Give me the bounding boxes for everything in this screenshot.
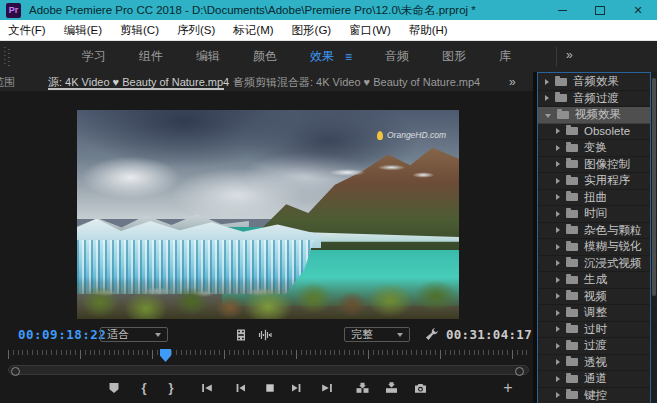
- tab-scopes[interactable]: 范围: [0, 75, 34, 90]
- go-to-in-button[interactable]: [199, 380, 215, 396]
- chevron-right-icon[interactable]: [556, 359, 560, 365]
- workspace-tab-effects[interactable]: 效果: [310, 48, 334, 65]
- effects-folder-row[interactable]: 过时: [538, 322, 650, 339]
- chevron-right-icon[interactable]: [556, 211, 560, 217]
- playback-resolution-dropdown[interactable]: 完整: [344, 327, 410, 342]
- menu-sequence[interactable]: 序列(S): [177, 23, 215, 38]
- close-button[interactable]: ✕: [619, 0, 657, 20]
- effects-folder-row[interactable]: 沉浸式视频: [538, 256, 650, 273]
- chevron-right-icon[interactable]: [556, 392, 560, 398]
- effects-folder-row[interactable]: 变换: [538, 140, 650, 157]
- playhead-timecode[interactable]: 00:09:18:22: [18, 327, 106, 342]
- minimize-icon: [558, 10, 567, 11]
- maximize-button[interactable]: [581, 0, 619, 20]
- chevron-right-icon[interactable]: [556, 244, 560, 250]
- chevron-right-icon[interactable]: [556, 128, 560, 134]
- folder-icon: [566, 342, 578, 350]
- effects-folder-row[interactable]: 时间: [538, 206, 650, 223]
- export-frame-button[interactable]: [412, 380, 428, 396]
- effects-folder-row[interactable]: 模糊与锐化: [538, 239, 650, 256]
- button-editor-button[interactable]: +: [500, 380, 516, 396]
- video-watermark: OrangeHD.com: [377, 130, 446, 140]
- folder-icon: [566, 193, 578, 201]
- zoom-level-dropdown[interactable]: 适合: [100, 327, 168, 342]
- folder-icon: [566, 160, 578, 168]
- workspace-tab-libraries[interactable]: 库: [499, 48, 511, 65]
- watermark-text: OrangeHD.com: [387, 130, 446, 140]
- effects-folder-row[interactable]: 音频效果: [538, 74, 650, 91]
- chevron-right-icon[interactable]: [556, 227, 560, 233]
- effects-folder-row[interactable]: 调整: [538, 305, 650, 322]
- effects-folder-row[interactable]: 键控: [538, 388, 650, 403]
- menu-file[interactable]: 文件(F): [8, 23, 46, 38]
- minimize-button[interactable]: [543, 0, 581, 20]
- folder-icon: [566, 375, 578, 383]
- effects-folder-row[interactable]: 视频: [538, 289, 650, 306]
- mark-in-button[interactable]: {: [136, 380, 152, 396]
- tab-audio-clip-mixer[interactable]: 音频剪辑混合器: 4K Video ♥ Beauty of Nature.mp4: [233, 75, 480, 90]
- chevron-right-icon[interactable]: [556, 326, 560, 332]
- chevron-down-icon: [397, 333, 403, 337]
- monitor-tab-overflow-button[interactable]: »: [509, 75, 516, 89]
- effects-folder-row[interactable]: 视频效果: [538, 107, 650, 124]
- effects-folder-row[interactable]: 过渡: [538, 338, 650, 355]
- folder-label: 视频: [584, 289, 607, 304]
- scroll-handle-right[interactable]: [515, 367, 524, 376]
- folder-icon: [566, 259, 578, 267]
- chevron-right-icon[interactable]: [556, 161, 560, 167]
- drag-audio-only-icon[interactable]: [258, 328, 272, 346]
- insert-button[interactable]: [354, 380, 370, 396]
- effects-folder-row[interactable]: 通道: [538, 371, 650, 388]
- effects-folder-row[interactable]: Obsolete: [538, 124, 650, 141]
- chevron-right-icon[interactable]: [556, 194, 560, 200]
- mark-out-button[interactable]: }: [163, 380, 179, 396]
- menu-graphics[interactable]: 图形(G): [292, 23, 332, 38]
- effects-folder-row[interactable]: 生成: [538, 272, 650, 289]
- chevron-right-icon[interactable]: [545, 79, 549, 85]
- scroll-handle-left[interactable]: [11, 367, 20, 376]
- menu-clip[interactable]: 剪辑(C): [120, 23, 159, 38]
- chevron-down-icon[interactable]: [545, 114, 551, 118]
- workspace-tab-editing[interactable]: 编辑: [196, 48, 220, 65]
- chevron-right-icon[interactable]: [556, 343, 560, 349]
- menu-marker[interactable]: 标记(M): [233, 23, 273, 38]
- chevron-right-icon[interactable]: [556, 277, 560, 283]
- menu-help[interactable]: 帮助(H): [409, 23, 448, 38]
- chevron-right-icon[interactable]: [556, 178, 560, 184]
- workspace-overflow-button[interactable]: »: [566, 48, 574, 62]
- mini-timeline-ruler[interactable]: [8, 350, 530, 362]
- workspace-tab-learn[interactable]: 学习: [82, 48, 106, 65]
- effects-folder-row[interactable]: 杂色与颗粒: [538, 223, 650, 240]
- chevron-right-icon[interactable]: [545, 95, 549, 101]
- step-forward-button[interactable]: [289, 380, 305, 396]
- effects-folder-row[interactable]: 音频过渡: [538, 91, 650, 108]
- play-stop-button[interactable]: [262, 380, 278, 396]
- chevron-right-icon[interactable]: [556, 310, 560, 316]
- zoom-scroll-bar[interactable]: [8, 365, 529, 375]
- effects-folder-row[interactable]: 扭曲: [538, 190, 650, 207]
- workspace-tab-audio[interactable]: 音频: [385, 48, 409, 65]
- workspace-tab-assembly[interactable]: 组件: [139, 48, 163, 65]
- go-to-out-button[interactable]: [319, 380, 335, 396]
- chevron-right-icon[interactable]: [556, 376, 560, 382]
- workspace-menu-icon[interactable]: ≡: [345, 50, 352, 64]
- add-marker-button[interactable]: [106, 380, 122, 396]
- effects-folder-row[interactable]: 透视: [538, 355, 650, 372]
- overwrite-button[interactable]: [383, 380, 399, 396]
- video-preview[interactable]: OrangeHD.com: [77, 110, 459, 319]
- panel-grip-icon[interactable]: [4, 47, 10, 66]
- effects-folder-row[interactable]: 实用程序: [538, 173, 650, 190]
- workspace-tab-graphics[interactable]: 图形: [442, 48, 466, 65]
- workspace-tab-color[interactable]: 颜色: [253, 48, 277, 65]
- folder-label: 杂色与颗粒: [584, 223, 642, 238]
- chevron-right-icon[interactable]: [556, 260, 560, 266]
- effects-folder-row[interactable]: 图像控制: [538, 157, 650, 174]
- drag-video-only-icon[interactable]: [234, 328, 248, 346]
- effects-scrollbar-thumb[interactable]: [652, 78, 656, 296]
- menu-edit[interactable]: 编辑(E): [64, 23, 102, 38]
- folder-label: 沉浸式视频: [584, 256, 642, 271]
- step-back-button[interactable]: [232, 380, 248, 396]
- chevron-right-icon[interactable]: [556, 145, 560, 151]
- menu-window[interactable]: 窗口(W): [349, 23, 391, 38]
- chevron-right-icon[interactable]: [556, 293, 560, 299]
